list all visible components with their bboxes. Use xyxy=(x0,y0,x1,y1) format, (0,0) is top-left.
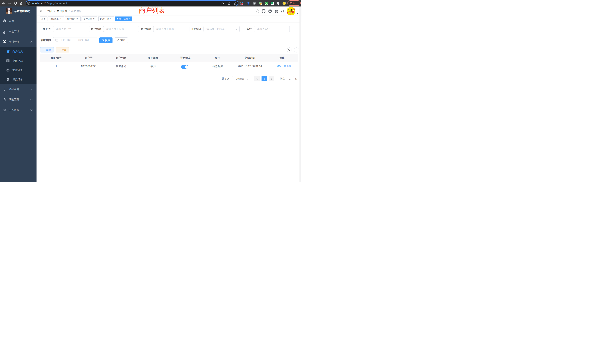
svg-text:10: 10 xyxy=(241,3,243,5)
svg-text:y: y xyxy=(266,2,267,4)
svg-text:1: 1 xyxy=(261,3,262,5)
svg-text:⌘: ⌘ xyxy=(253,2,255,4)
